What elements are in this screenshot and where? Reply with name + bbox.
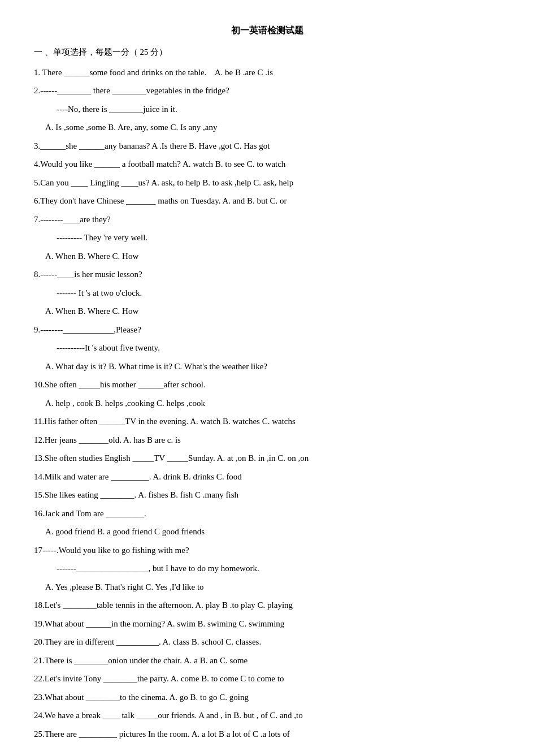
section-header: 一 、单项选择，每题一分（ 25 分） bbox=[34, 45, 500, 60]
question-15: 15.She likes eating ________. A. fishes … bbox=[34, 487, 500, 503]
page-title: 初一英语检测试题 bbox=[34, 23, 500, 39]
question-9: 9.--------____________,Please? bbox=[34, 322, 500, 338]
question-16: 16.Jack and Tom are _________. bbox=[34, 506, 500, 522]
question-2-options: A. Is ,some ,some B. Are, any, some C. I… bbox=[34, 119, 500, 136]
question-7-sub: --------- They 're very well. bbox=[34, 230, 500, 246]
question-2-sub: ----No, there is ________juice in it. bbox=[34, 101, 500, 118]
question-4: 4.Would you like ______ a football match… bbox=[34, 156, 500, 172]
question-8: 8.------____is her music lesson? bbox=[34, 266, 500, 283]
question-21: 21.There is ________onion under the chai… bbox=[34, 653, 500, 669]
question-2: 2.------________ there ________vegetable… bbox=[34, 83, 500, 99]
questions-container: 1. There ______some food and drinks on t… bbox=[34, 64, 500, 742]
question-6: 6.They don't have Chinese _______ maths … bbox=[34, 193, 500, 209]
question-1: 1. There ______some food and drinks on t… bbox=[34, 64, 500, 81]
question-11: 11.His father often ______TV in the even… bbox=[34, 413, 500, 430]
question-16-options: A. good friend B. a good friend C good f… bbox=[34, 524, 500, 540]
question-14: 14.Milk and water are _________. A. drin… bbox=[34, 469, 500, 485]
question-19: 19.What about ______in the morning? A. s… bbox=[34, 616, 500, 632]
question-25: 25.There are _________ pictures In the r… bbox=[34, 726, 500, 742]
question-23: 23.What about ________to the cinema. A. … bbox=[34, 689, 500, 706]
question-7-options: A. When B. Where C. How bbox=[34, 248, 500, 265]
question-24: 24.We have a break ____ talk _____our fr… bbox=[34, 707, 500, 724]
question-12: 12.Her jeans _______old. A. has B are c.… bbox=[34, 432, 500, 448]
question-18: 18.Let's ________table tennis in the aft… bbox=[34, 597, 500, 614]
question-10-options: A. help , cook B. helps ,cooking C. help… bbox=[34, 395, 500, 412]
question-22: 22.Let's invite Tony ________the party. … bbox=[34, 671, 500, 687]
question-8-options: A. When B. Where C. How bbox=[34, 303, 500, 319]
question-13: 13.She often studies English _____TV ___… bbox=[34, 450, 500, 466]
question-17-sub: -------_________________, but I have to … bbox=[34, 560, 500, 577]
question-9-options: A. What day is it? B. What time is it? C… bbox=[34, 358, 500, 375]
question-20: 20.They are in different __________. A. … bbox=[34, 634, 500, 650]
question-17: 17-----.Would you like to go fishing wit… bbox=[34, 542, 500, 559]
question-5: 5.Can you ____ Lingling ____us? A. ask, … bbox=[34, 175, 500, 191]
question-17-options: A. Yes ,please B. That's right C. Yes ,I… bbox=[34, 579, 500, 595]
question-3: 3.______she ______any bananas? A .Is the… bbox=[34, 138, 500, 154]
question-7: 7.--------____are they? bbox=[34, 211, 500, 228]
question-9-sub: ----------It 's about five twenty. bbox=[34, 340, 500, 356]
question-10: 10.She often _____his mother ______after… bbox=[34, 377, 500, 393]
question-8-sub: ------- It 's at two o'clock. bbox=[34, 285, 500, 301]
page-number: 1 bbox=[34, 753, 500, 756]
